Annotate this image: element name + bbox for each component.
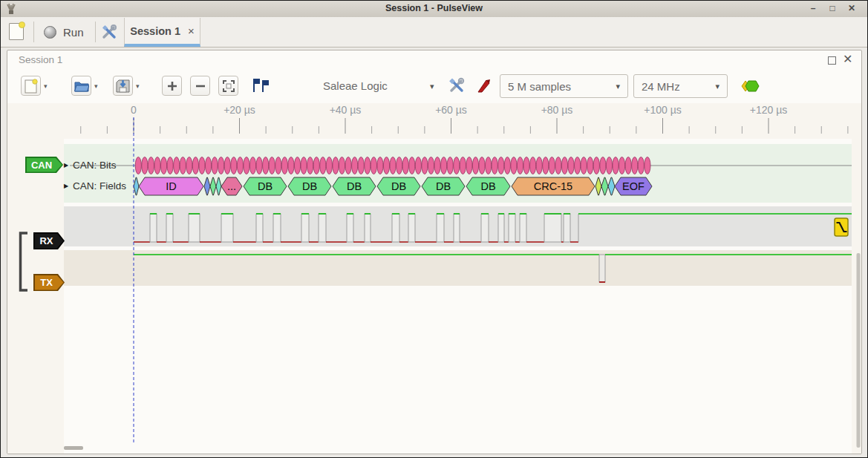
sample-count-combo[interactable]: 5 M samples ▾ <box>500 74 628 98</box>
run-state-icon <box>44 26 56 39</box>
run-label: Run <box>63 26 84 39</box>
device-dropdown-icon[interactable]: ▾ <box>430 82 434 91</box>
panel-title: Session 1 <box>19 54 62 65</box>
new-view-button[interactable] <box>21 76 41 96</box>
open-dropdown-icon[interactable]: ▾ <box>94 82 98 90</box>
new-session-file-icon[interactable] <box>9 23 24 40</box>
show-cursors-flags-icon[interactable] <box>251 77 270 94</box>
device-select[interactable]: Saleae Logic <box>323 79 388 92</box>
panel-close-icon[interactable]: ✕ <box>843 52 852 66</box>
add-decoder-icon[interactable] <box>740 79 761 93</box>
sample-rate-value: 24 MHz <box>642 80 680 93</box>
zoom-in-button[interactable] <box>162 76 182 96</box>
toolbar-separator <box>33 22 34 42</box>
tab-label: Session 1 <box>130 25 180 37</box>
maximize-button[interactable]: □ <box>824 1 841 16</box>
settings-tools-icon[interactable] <box>101 24 117 40</box>
new-view-dropdown-icon[interactable]: ▾ <box>44 82 48 90</box>
toolbar-separator <box>95 22 96 42</box>
sample-rate-combo[interactable]: 24 MHz ▾ <box>633 74 728 98</box>
zoom-fit-button[interactable] <box>218 76 238 96</box>
save-dropdown-icon[interactable]: ▾ <box>136 82 140 90</box>
sample-count-value: 5 M samples <box>508 80 571 93</box>
close-button[interactable]: ✕ <box>843 1 860 16</box>
pulseview-window: Session 1 - PulseView – □ ✕ Run Session … <box>0 0 868 458</box>
configure-device-icon[interactable] <box>448 76 466 94</box>
tab-close-icon[interactable]: × <box>188 24 195 37</box>
open-button[interactable] <box>71 76 91 96</box>
titlebar: Session 1 - PulseView – □ ✕ <box>1 1 867 18</box>
sample-count-dropdown-icon: ▾ <box>616 82 620 91</box>
panel-undock-icon[interactable] <box>828 56 836 65</box>
sample-rate-dropdown-icon: ▾ <box>715 82 719 91</box>
tab-session-1[interactable]: Session 1 × <box>124 18 200 47</box>
window-title: Session 1 - PulseView <box>1 3 867 13</box>
channels-probe-icon[interactable] <box>476 77 492 94</box>
save-button[interactable] <box>113 76 133 96</box>
run-button[interactable]: Run <box>44 22 84 42</box>
zoom-out-button[interactable] <box>190 76 210 96</box>
minimize-button[interactable]: – <box>805 1 821 16</box>
session-panel <box>7 50 862 454</box>
